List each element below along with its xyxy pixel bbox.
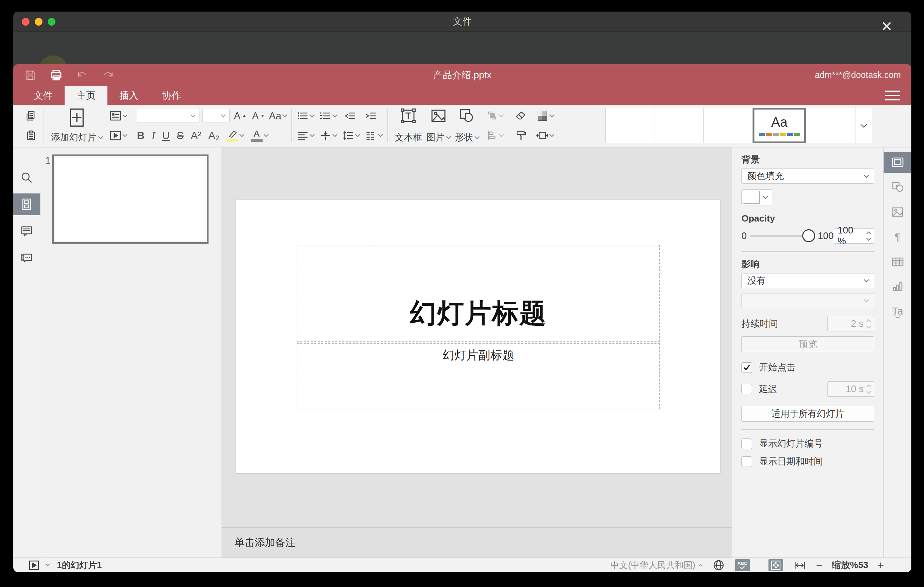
add-slide-button[interactable]: 添加幻灯片 xyxy=(49,108,105,143)
table-settings-tab[interactable] xyxy=(884,251,912,272)
font-color-button[interactable]: A xyxy=(251,127,268,143)
minimize-traffic-button[interactable] xyxy=(35,18,43,26)
tab-collaboration[interactable]: 协作 xyxy=(150,86,193,105)
increase-indent-button[interactable] xyxy=(363,108,379,124)
opacity-slider[interactable] xyxy=(750,235,809,237)
slide-thumbnail-1[interactable] xyxy=(52,155,208,244)
show-slide-number-checkbox[interactable] xyxy=(741,439,752,449)
theme-thumbnail-selected[interactable]: Aa xyxy=(753,108,806,143)
fit-width-button[interactable] xyxy=(792,559,807,571)
columns-button[interactable] xyxy=(365,127,382,143)
insert-shape-button[interactable]: 形状 xyxy=(452,108,481,143)
notes-area[interactable]: 单击添加备注 xyxy=(222,527,732,557)
theme-thumbnail[interactable] xyxy=(806,108,855,143)
print-button[interactable] xyxy=(49,68,63,82)
arrange-group xyxy=(487,108,503,143)
paste-button[interactable] xyxy=(23,127,39,143)
chart-settings-tab[interactable] xyxy=(884,276,912,297)
theme-gallery-expand-button[interactable] xyxy=(855,108,872,143)
decrease-font-button[interactable]: A xyxy=(251,108,266,124)
slide-size-button[interactable] xyxy=(536,127,554,143)
strikethrough-button[interactable]: S xyxy=(177,130,183,142)
bullets-button[interactable] xyxy=(297,108,314,124)
title-placeholder[interactable]: 幻灯片标题 xyxy=(297,245,660,341)
slider-handle[interactable] xyxy=(802,229,815,242)
zoom-in-button[interactable]: + xyxy=(877,560,884,571)
paragraph-settings-tab[interactable]: ¶ xyxy=(884,226,912,247)
decrease-indent-button[interactable] xyxy=(342,108,358,124)
increase-font-button[interactable]: A xyxy=(233,108,248,124)
delay-checkbox[interactable] xyxy=(741,384,752,394)
clear-style-button[interactable] xyxy=(513,108,529,124)
superscript-button[interactable]: A² xyxy=(191,130,201,142)
save-button[interactable] xyxy=(23,68,37,82)
change-case-button[interactable]: Aa xyxy=(269,108,287,124)
duration-value: 2 s xyxy=(851,318,864,329)
undo-button[interactable] xyxy=(75,68,89,82)
notes-placeholder: 单击添加备注 xyxy=(234,536,295,550)
tab-home[interactable]: 主页 xyxy=(64,86,107,105)
sidebar-item-slides[interactable] xyxy=(13,193,40,215)
theme-thumbnail[interactable] xyxy=(654,108,703,143)
copy-button[interactable] xyxy=(23,108,39,124)
close-traffic-button[interactable] xyxy=(22,18,30,26)
close-icon[interactable]: ✕ xyxy=(877,16,897,36)
copy-style-button[interactable] xyxy=(513,127,529,143)
start-slideshow-button[interactable] xyxy=(109,127,127,143)
textart-settings-tab[interactable]: Ta xyxy=(884,301,912,322)
play-icon xyxy=(28,560,40,571)
image-settings-tab[interactable] xyxy=(884,201,912,223)
theme-thumbnail[interactable] xyxy=(703,108,753,143)
spellcheck-button[interactable]: ABC xyxy=(735,559,750,571)
effect-select[interactable]: 没有 xyxy=(741,273,874,288)
redo-button[interactable] xyxy=(101,68,115,82)
slide-layout-icon xyxy=(109,110,122,121)
preview-button: 预览 xyxy=(741,336,874,352)
subscript-button[interactable]: A₂ xyxy=(208,130,219,142)
insert-image-button[interactable]: 图片 xyxy=(424,108,452,143)
horizontal-align-button[interactable] xyxy=(297,127,314,143)
style-group xyxy=(513,108,554,143)
fill-type-select[interactable]: 颜色填充 xyxy=(741,168,874,184)
italic-button[interactable]: I xyxy=(152,130,155,142)
slide-layout-button[interactable] xyxy=(109,108,127,124)
fill-color-picker[interactable] xyxy=(741,189,772,205)
subtitle-placeholder[interactable]: 幻灯片副标题 xyxy=(297,343,660,409)
fit-slide-button[interactable] xyxy=(769,559,783,571)
arrange-shape-button[interactable] xyxy=(487,108,503,124)
language-selector[interactable]: 中文(中华人民共和国) xyxy=(610,559,702,571)
bold-button[interactable]: B xyxy=(137,130,145,142)
tab-insert[interactable]: 插入 xyxy=(107,86,150,105)
sidebar-item-comments[interactable] xyxy=(13,220,40,242)
font-name-select[interactable] xyxy=(137,109,200,123)
slide-surface[interactable]: 幻灯片标题 幻灯片副标题 xyxy=(236,200,720,473)
insert-textbox-button[interactable]: 文本框 xyxy=(393,108,424,143)
set-language-button[interactable] xyxy=(711,559,726,571)
apply-to-all-button[interactable]: 适用于所有幻灯片 xyxy=(741,406,874,422)
line-spacing-button[interactable] xyxy=(342,127,360,143)
numbering-button[interactable] xyxy=(320,108,337,124)
sidebar-item-chat[interactable] xyxy=(13,247,40,269)
shape-settings-tab[interactable] xyxy=(884,176,912,198)
editing-canvas: 幻灯片标题 幻灯片副标题 xyxy=(222,147,732,527)
paint-roller-icon xyxy=(515,130,527,141)
highlight-color-button[interactable] xyxy=(226,127,244,143)
show-datetime-checkbox[interactable] xyxy=(741,457,752,467)
start-slideshow-status-button[interactable] xyxy=(27,559,41,571)
vertical-align-button[interactable] xyxy=(320,127,337,143)
underline-button[interactable]: U xyxy=(162,130,170,142)
font-size-select[interactable] xyxy=(202,109,229,123)
opacity-input[interactable]: 100 % xyxy=(834,228,874,244)
spinner-arrows[interactable] xyxy=(867,232,870,240)
color-scheme-button[interactable] xyxy=(536,108,554,124)
align-shape-button[interactable] xyxy=(487,127,503,143)
menu-icon[interactable] xyxy=(885,89,900,102)
start-click-checkbox[interactable] xyxy=(741,362,752,373)
slide-settings-tab[interactable] xyxy=(884,152,912,173)
add-slide-label: 添加幻灯片 xyxy=(51,131,97,143)
zoom-traffic-button[interactable] xyxy=(48,18,56,26)
zoom-out-button[interactable]: − xyxy=(816,560,823,571)
theme-thumbnail[interactable] xyxy=(605,108,654,143)
tab-file[interactable]: 文件 xyxy=(22,86,64,105)
sidebar-item-search[interactable] xyxy=(13,167,40,188)
